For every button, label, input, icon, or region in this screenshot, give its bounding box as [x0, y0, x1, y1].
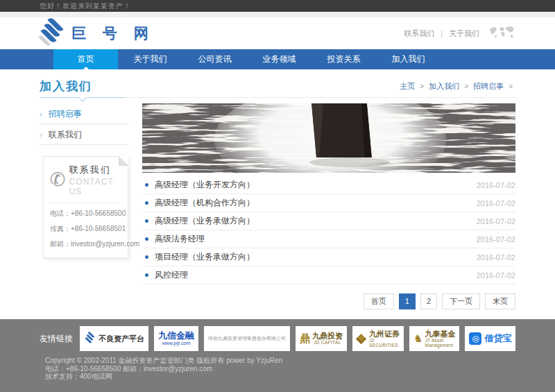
nav-item-about[interactable]: 关于我们 — [118, 49, 182, 69]
friendly-links-label: 友情链接 — [40, 333, 73, 345]
job-title: 高级法务经理 — [155, 233, 477, 245]
bullet-icon — [145, 273, 148, 277]
job-row[interactable]: 项目经理（业务承做方向） 2016-07-02 — [142, 248, 515, 266]
job-date: 2016-07-02 — [477, 199, 515, 207]
header-links: 联系我们 | 关于我们 — [404, 26, 515, 41]
partner-tongchuang-jiuding[interactable]: 同创九鼎投资管理集团股份有限公司 — [204, 326, 290, 351]
sidebar-item-label: 招聘启事 — [49, 109, 82, 119]
sidebar-item-recruit[interactable]: ›招聘启事 — [40, 103, 128, 124]
sidebar-item-contact[interactable]: ›联系我们 — [40, 124, 128, 145]
breadcrumb-separator: > — [509, 83, 513, 90]
logo-stripes-icon — [40, 20, 69, 46]
top-greeting-bar: 您好！欢迎来到某某资产！ — [0, 0, 555, 12]
jiedaibao-app-icon — [469, 332, 481, 345]
contact-phone-row: 电话：+86-10-56658500 — [50, 209, 121, 219]
main-nav: 首页 关于我们 公司资讯 业务领域 投资关系 加入我们 — [0, 49, 555, 69]
nav-item-home[interactable]: 首页 — [53, 49, 118, 69]
bullet-icon — [145, 219, 148, 223]
breadcrumb-recruit[interactable]: 招聘启事 — [473, 82, 504, 90]
site-header: 巨 号 网 联系我们 | 关于我们 — [0, 17, 555, 49]
phone-label: 电话： — [50, 210, 71, 217]
pagination-first-button[interactable]: 首页 — [364, 293, 394, 309]
job-title: 高级经理（业务承做方向） — [155, 215, 477, 227]
gold-cube-icon — [356, 333, 366, 343]
site-logo[interactable]: 巨 号 网 — [40, 20, 155, 46]
partner-sub: JT Asset Management — [425, 338, 455, 348]
greeting-text: 您好！欢迎来到某某资产！ — [40, 2, 131, 10]
chevron-right-icon: › — [40, 110, 42, 118]
job-list: 高级经理（业务开发方向） 2016-07-02 高级经理（机构合作方向） 201… — [142, 176, 515, 284]
partner-sub: JD CAPITAL — [314, 340, 341, 345]
header-link-separator: | — [441, 29, 443, 37]
partner-bad-assets[interactable]: 不良资产平台 — [80, 326, 148, 351]
copyright-line-2: 电话：+86-10-56658500 邮箱：investor@yzjuren.c… — [45, 365, 515, 373]
bullet-icon — [145, 237, 148, 241]
partner-jt-fund[interactable]: 九泰基金 JT Asset Management — [409, 326, 459, 351]
contact-card-title: 联系我们 — [69, 164, 121, 176]
main-content: 加入我们 主页 > 加入我们 > 招聘启事 > ›招聘启事 ›联系我们 ✆ — [40, 76, 515, 309]
contact-card: ✆ 联系我们 CONTACT US 电话：+86-10-56658500 传真：… — [43, 156, 128, 258]
partner-jz-securities[interactable]: 九州证券 JZ SECURITIES — [352, 326, 404, 351]
contact-card-divider — [50, 203, 121, 203]
pagination-next-button[interactable]: 下一页 — [442, 293, 480, 309]
breadcrumb-home[interactable]: 主页 — [400, 82, 415, 90]
fax-label: 传真： — [50, 225, 71, 232]
folded-corner-icon — [119, 156, 128, 166]
pagination-page-1[interactable]: 1 — [399, 293, 416, 309]
breadcrumb-separator: > — [420, 83, 424, 90]
sidebar-item-label: 联系我们 — [49, 130, 82, 139]
job-row[interactable]: 风控经理 2016-07-02 — [142, 266, 515, 284]
title-row: 加入我们 主页 > 加入我们 > 招聘启事 > — [40, 76, 515, 98]
breadcrumb-separator: > — [464, 83, 468, 90]
copyright-line-3: 技术支持：400电话网 — [45, 373, 515, 381]
job-row[interactable]: 高级法务经理 2016-07-02 — [142, 230, 515, 248]
email-label: 邮箱： — [50, 240, 71, 248]
partner-jxjr[interactable]: 九信金融 www.jxjr.com — [154, 326, 198, 351]
partner-name: 九州证券 — [369, 330, 400, 338]
world-map-icon — [489, 26, 515, 41]
job-date: 2016-07-02 — [477, 235, 515, 244]
nav-item-news[interactable]: 公司资讯 — [182, 49, 247, 69]
partner-jd-capital[interactable]: 九鼎投资 JD CAPITAL — [296, 326, 347, 351]
breadcrumb-join[interactable]: 加入我们 — [429, 82, 459, 90]
job-row[interactable]: 高级经理（机构合作方向） 2016-07-02 — [142, 194, 515, 212]
partner-name: 不良资产平台 — [99, 334, 144, 344]
sidebar: ›招聘启事 ›联系我们 ✆ 联系我们 CONTACT US 电话：+86-10-… — [40, 103, 128, 309]
nav-item-business[interactable]: 业务领域 — [247, 49, 311, 69]
nav-item-investor[interactable]: 投资关系 — [311, 49, 376, 69]
pagination-last-button[interactable]: 末页 — [485, 293, 515, 309]
job-date: 2016-07-02 — [477, 271, 515, 280]
header-contact-link[interactable]: 联系我们 — [404, 28, 434, 39]
partner-jiedaibao[interactable]: 借贷宝 — [465, 326, 515, 351]
job-date: 2016-07-02 — [477, 217, 515, 225]
chevron-right-icon: › — [40, 130, 42, 139]
phone-value: +86-10-56658500 — [71, 210, 126, 217]
job-row[interactable]: 高级经理（业务开发方向） 2016-07-02 — [142, 176, 515, 194]
recruitment-banner-image — [142, 103, 515, 173]
bullet-icon — [145, 255, 148, 259]
contact-email-row: 邮箱：investor@yzjuren.com — [50, 239, 121, 249]
breadcrumb: 主页 > 加入我们 > 招聘启事 > — [400, 81, 515, 92]
title-chevron-icon — [78, 94, 86, 101]
pagination: 首页 1 2 下一页 末页 — [142, 293, 515, 309]
fax-value: +86-10-56658501 — [71, 225, 126, 232]
site-footer: 友情链接 不良资产平台 九信金融 www.jxjr.com 同创九鼎投资管理集团… — [0, 319, 555, 392]
partner-sub: www.jxjr.com — [162, 341, 190, 346]
nav-item-join[interactable]: 加入我们 — [376, 49, 441, 69]
stripes-logo-icon — [84, 332, 96, 345]
gold-emblem-icon — [300, 332, 312, 346]
job-row[interactable]: 高级经理（业务承做方向） 2016-07-02 — [142, 212, 515, 230]
email-value: investor@yzjuren.com — [71, 240, 139, 248]
job-title: 高级经理（机构合作方向） — [155, 197, 477, 209]
copyright-line-1: Copyright © 2002-2011 金融投资资产监管部门类 版权所有 p… — [45, 357, 515, 365]
copyright-block: Copyright © 2002-2011 金融投资资产监管部门类 版权所有 p… — [45, 357, 515, 381]
bullet-icon — [145, 201, 148, 205]
pagination-page-2[interactable]: 2 — [420, 293, 437, 309]
partner-name: 九鼎投资 — [312, 332, 343, 340]
partner-sub: JZ SECURITIES — [369, 338, 400, 348]
contact-fax-row: 传真：+86-10-56658501 — [50, 224, 121, 234]
primary-column: 高级经理（业务开发方向） 2016-07-02 高级经理（机构合作方向） 201… — [142, 103, 515, 309]
header-about-link[interactable]: 关于我们 — [449, 28, 479, 39]
partner-name: 九信金融 — [158, 331, 194, 341]
partner-name: 借贷宝 — [484, 332, 511, 345]
